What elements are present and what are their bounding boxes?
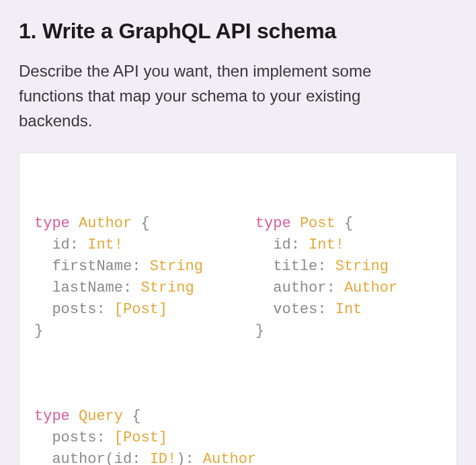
type-ref: String [141,280,194,296]
type-ref: [Post] [114,301,167,318]
field: posts: [34,301,114,318]
field: votes: [255,301,335,318]
keyword: type [34,215,70,232]
field: posts: [34,429,114,446]
brace-close: } [255,323,264,339]
field: id: [255,237,309,253]
type-ref: Author [344,280,397,296]
brace-open: { [335,215,353,232]
type-name-query: Query [79,408,123,425]
section-description: Describe the API you want, then implemen… [19,58,436,134]
brace-open: { [123,408,141,425]
keyword: type [34,408,70,425]
brace-close: } [34,323,43,339]
code-blank-line [34,364,442,385]
section-heading: 1. Write a GraphQL API schema [19,19,457,44]
type-ref: Int! [87,237,123,253]
field: id: [34,237,87,253]
type-ref: String [335,258,389,275]
field: lastName: [34,280,141,296]
field: author: [255,280,344,296]
code-block: type Author { id: Int! firstName: String… [19,153,457,465]
type-ref: Author [203,451,256,465]
type-name-author: Author [79,215,132,232]
code-type-author: type Author { id: Int! firstName: String… [34,213,203,341]
type-ref: String [150,258,203,275]
field: author(id: [34,451,150,465]
type-ref: Int! [309,237,344,253]
code-type-post: type Post { id: Int! title: String autho… [255,213,397,341]
field: ): [176,451,203,465]
field: firstName: [34,258,150,275]
type-ref: ID! [150,451,177,465]
document-page: 1. Write a GraphQL API schema Describe t… [0,0,476,465]
type-name-post: Post [300,215,335,232]
type-ref: [Post] [114,429,167,446]
code-type-query: type Query { posts: [Post] author(id: ID… [34,406,442,465]
keyword: type [255,215,291,232]
field: title: [255,258,335,275]
brace-open: { [132,215,149,232]
type-ref: Int [335,301,362,318]
code-row-top: type Author { id: Int! firstName: String… [34,213,442,341]
